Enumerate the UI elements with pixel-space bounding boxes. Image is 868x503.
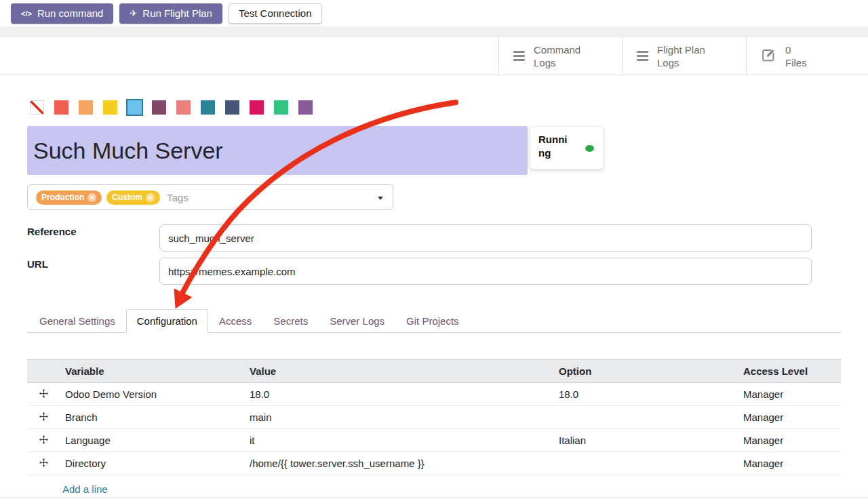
color-swatch[interactable] <box>79 100 93 115</box>
server-form-page: </> Run command ✈ Run Flight Plan Test C… <box>0 0 868 503</box>
test-connection-button[interactable]: Test Connection <box>229 3 322 24</box>
color-swatch[interactable] <box>176 100 191 115</box>
cell-variable[interactable]: Directory <box>60 452 244 475</box>
color-swatch[interactable] <box>103 100 117 115</box>
cell-variable[interactable]: Branch <box>60 406 244 429</box>
flight-plan-logs-label: Flight PlanLogs <box>657 43 705 69</box>
handle-column-header <box>27 360 60 383</box>
cell-value[interactable]: main <box>244 406 553 429</box>
color-picker <box>30 100 313 115</box>
color-swatch[interactable] <box>152 100 166 115</box>
add-line-row: Add a line <box>27 475 841 503</box>
reference-label: Reference <box>27 226 77 237</box>
tag[interactable]: Custom ✕ <box>106 190 160 205</box>
command-logs-label: CommandLogs <box>534 43 580 69</box>
cell-access-level[interactable]: Manager <box>738 452 841 475</box>
plane-icon: ✈ <box>130 8 137 18</box>
drag-handle-icon[interactable] <box>27 452 60 475</box>
variables-table: Variable Value Option Access Level Odoo … <box>27 359 841 503</box>
color-swatch[interactable] <box>274 100 288 115</box>
color-swatch[interactable] <box>30 100 44 115</box>
command-logs-button[interactable]: CommandLogs <box>498 37 622 75</box>
add-line-link[interactable]: Add a line <box>62 483 108 495</box>
drag-handle-icon[interactable] <box>27 383 60 406</box>
status-label: Running <box>538 133 572 160</box>
table-row: Branch main Manager <box>27 406 841 429</box>
server-name-input[interactable]: Such Much Server <box>27 126 528 175</box>
tab-git-projects[interactable]: Git Projects <box>395 309 470 333</box>
tag[interactable]: Production ✕ <box>36 190 102 205</box>
cell-option[interactable] <box>553 452 738 475</box>
color-swatch[interactable] <box>54 100 68 115</box>
table-header-row: Variable Value Option Access Level <box>27 360 841 383</box>
run-flight-plan-label: Run Flight Plan <box>142 7 212 19</box>
remove-tag-icon[interactable]: ✕ <box>146 193 155 202</box>
color-swatch[interactable] <box>298 100 313 115</box>
menu-icon <box>513 51 525 61</box>
table-row: Directory /home/{{ tower.server.ssh_user… <box>27 452 841 475</box>
url-input[interactable] <box>159 258 812 285</box>
tags-placeholder: Tags <box>167 192 189 203</box>
color-swatch[interactable] <box>250 100 264 115</box>
url-label: URL <box>27 258 48 270</box>
table-row: Language it Italian Manager <box>27 429 841 452</box>
column-header-access-level: Access Level <box>738 360 841 383</box>
cell-variable[interactable]: Odoo Demo Version <box>60 383 244 406</box>
menu-icon <box>637 51 648 61</box>
tag-label: Custom <box>112 193 142 202</box>
drag-handle-icon[interactable] <box>27 429 60 452</box>
remove-tag-icon[interactable]: ✕ <box>87 193 96 202</box>
status-badge[interactable]: Running <box>530 126 604 169</box>
drag-handle-icon[interactable] <box>27 406 60 429</box>
color-swatch[interactable] <box>225 100 239 115</box>
color-swatch[interactable] <box>201 100 215 115</box>
color-swatch[interactable] <box>127 100 142 115</box>
cell-value[interactable]: 18.0 <box>244 383 553 406</box>
status-dot <box>585 145 594 152</box>
tab-secrets[interactable]: Secrets <box>262 309 319 333</box>
chevron-down-icon[interactable] <box>378 197 383 200</box>
tab-configuration[interactable]: Configuration <box>126 309 208 333</box>
sheet-bottom-border <box>0 498 868 498</box>
run-command-label: Run command <box>37 7 104 19</box>
cell-option[interactable]: Italian <box>553 429 738 452</box>
run-command-button[interactable]: </> Run command <box>11 3 113 24</box>
code-icon: </> <box>21 9 32 18</box>
table-row: Odoo Demo Version 18.0 18.0 Manager <box>27 383 841 406</box>
files-label: 0Files <box>785 43 807 69</box>
tab-access[interactable]: Access <box>208 309 262 333</box>
cell-access-level[interactable]: Manager <box>738 383 841 406</box>
cell-access-level[interactable]: Manager <box>738 406 841 429</box>
tab-server-logs[interactable]: Server Logs <box>319 309 395 333</box>
top-toolbar: </> Run command ✈ Run Flight Plan Test C… <box>0 0 868 26</box>
cell-option[interactable] <box>553 406 738 429</box>
tags-input[interactable]: Production ✕ Custom ✕ Tags <box>27 184 393 210</box>
divider-band <box>0 26 868 37</box>
reference-input[interactable] <box>159 224 812 252</box>
notebook-tabs: General Settings Configuration Access Se… <box>27 308 841 333</box>
cell-variable[interactable]: Language <box>60 429 244 452</box>
column-header-option: Option <box>553 360 738 383</box>
test-connection-label: Test Connection <box>239 7 312 19</box>
tag-label: Production <box>41 193 84 202</box>
edit-icon <box>761 47 776 65</box>
run-flight-plan-button[interactable]: ✈ Run Flight Plan <box>119 3 222 24</box>
cell-access-level[interactable]: Manager <box>738 429 841 452</box>
cell-option[interactable]: 18.0 <box>553 383 738 406</box>
stats-header: CommandLogs Flight PlanLogs 0Files <box>0 37 868 75</box>
cell-value[interactable]: it <box>244 429 553 452</box>
files-button[interactable]: 0Files <box>746 37 868 75</box>
tab-general-settings[interactable]: General Settings <box>28 309 126 333</box>
column-header-variable: Variable <box>60 360 244 383</box>
column-header-value: Value <box>244 360 553 383</box>
flight-plan-logs-button[interactable]: Flight PlanLogs <box>622 37 746 75</box>
cell-value[interactable]: /home/{{ tower.server.ssh_username }} <box>244 452 553 475</box>
